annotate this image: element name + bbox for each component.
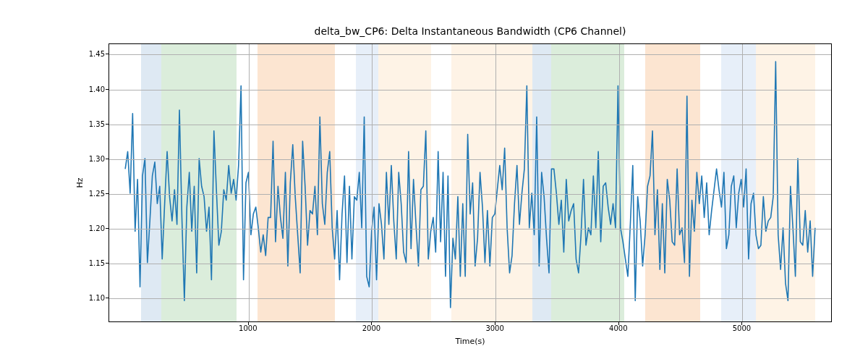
y-tick-label: 1.30 [89,154,105,162]
grid-line [109,298,831,299]
y-tick-mark [106,298,109,298]
grid-line [249,44,250,321]
y-tick-label: 1.15 [89,259,105,267]
grid-line [109,229,831,230]
y-axis-label: Hz [72,43,87,322]
grid-line [109,264,831,264]
grid-line [742,44,743,321]
grid-line [109,54,831,55]
y-tick-mark [106,124,109,125]
grid-line [109,194,831,195]
grid-line [109,159,831,160]
plot-area [109,43,832,322]
grid-line [495,44,496,321]
line-trace [109,44,831,321]
grid-line [372,44,373,321]
y-tick-mark [106,159,109,159]
grid-line [109,125,831,125]
y-tick-mark [106,228,109,229]
y-tick-label: 1.25 [89,189,105,197]
y-tick-mark [106,89,109,90]
y-tick-mark [106,263,109,264]
x-tick-label: 4000 [609,324,627,332]
x-tick-label: 3000 [485,324,503,332]
y-tick-label: 1.20 [89,224,105,232]
y-tick-label: 1.35 [89,119,105,127]
x-tick-label: 5000 [733,324,751,332]
grid-line [109,90,831,90]
y-tick-mark [106,54,109,54]
figure: delta_bw_CP6: Delta Instantaneous Bandwi… [0,0,868,362]
grid-line [619,44,620,321]
y-tick-label: 1.40 [89,85,105,93]
x-axis-label: Time(s) [109,337,832,346]
y-tick-label: 1.45 [89,50,105,58]
chart-title: delta_bw_CP6: Delta Instantaneous Bandwi… [109,25,832,37]
series-line [125,62,815,308]
y-tick-label: 1.10 [89,294,105,302]
x-tick-label: 1000 [239,324,257,332]
y-tick-mark [106,193,109,194]
x-tick-label: 2000 [362,324,380,332]
